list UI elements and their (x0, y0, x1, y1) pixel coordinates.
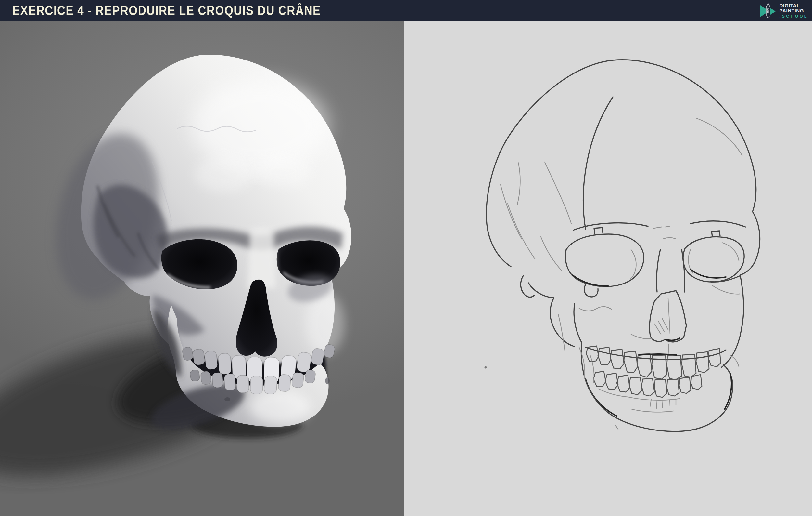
logo-line-digital: DIGITAL (780, 3, 808, 8)
digital-painting-school-logo: DIGITAL PAINTING .SCHOOL (760, 2, 808, 20)
logo-line-painting: PAINTING (780, 8, 808, 13)
sketch-nasal-aperture (649, 250, 686, 342)
skull-3d-render (0, 22, 404, 516)
sketch-panel (404, 22, 812, 516)
pencil-glyph (766, 3, 770, 18)
skull-line-sketch (404, 22, 812, 516)
pencil-play-icon (760, 2, 777, 19)
sketch-lower-teeth (593, 371, 702, 408)
exercise-slide: { "header": { "title": "EXERCICE 4 - REP… (0, 0, 812, 516)
sketch-cheeks (579, 276, 740, 359)
reference-render-panel (0, 22, 404, 516)
slide-title: EXERCICE 4 - REPRODUIRE LE CROQUIS DU CR… (12, 3, 321, 18)
sketch-construction-lines (500, 97, 746, 271)
sketch-eye-sockets (566, 227, 744, 297)
logo-line-school: .SCHOOL (780, 14, 808, 19)
stray-dot (485, 366, 487, 369)
header-bar: EXERCICE 4 - REPRODUIRE LE CROQUIS DU CR… (0, 0, 812, 22)
logo-wordmark: DIGITAL PAINTING .SCHOOL (780, 3, 808, 19)
